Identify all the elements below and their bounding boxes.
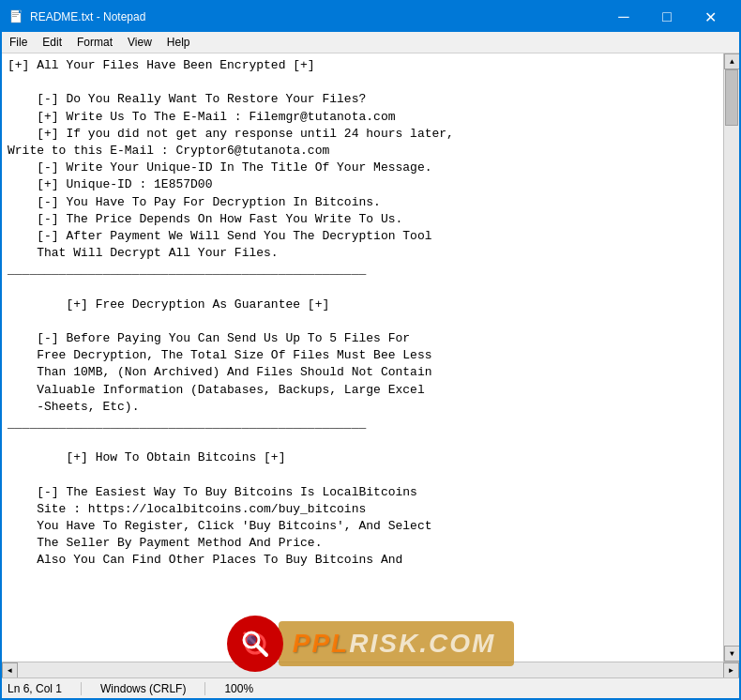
status-divider-2 xyxy=(204,682,205,695)
svg-rect-2 xyxy=(12,14,19,15)
scroll-down-button[interactable]: ▼ xyxy=(724,646,739,662)
status-divider-1 xyxy=(81,682,82,695)
menu-view[interactable]: View xyxy=(120,34,159,51)
app-icon xyxy=(9,9,24,24)
scroll-right-button[interactable]: ► xyxy=(723,662,739,678)
cursor-position: Ln 6, Col 1 xyxy=(8,682,62,695)
svg-rect-3 xyxy=(12,16,17,17)
svg-rect-1 xyxy=(12,12,19,13)
menu-format[interactable]: Format xyxy=(69,34,120,51)
line-endings: Windows (CRLF) xyxy=(100,682,186,695)
menu-bar: File Edit Format View Help xyxy=(2,32,739,53)
scroll-thumb[interactable] xyxy=(725,69,738,126)
maximize-button[interactable]: □ xyxy=(645,2,688,32)
horizontal-scrollbar-area: ◄ ► xyxy=(2,662,739,677)
window-controls: ─ □ ✕ xyxy=(602,2,732,32)
notepad-window: README.txt - Notepad ─ □ ✕ File Edit For… xyxy=(0,0,741,700)
scroll-left-button[interactable]: ◄ xyxy=(2,662,18,678)
text-editor[interactable]: [+] All Your Files Have Been Encrypted [… xyxy=(2,53,723,662)
menu-help[interactable]: Help xyxy=(159,34,198,51)
scroll-up-button[interactable]: ▲ xyxy=(724,53,739,69)
vertical-scrollbar[interactable]: ▲ ▼ xyxy=(723,53,739,662)
editor-area: [+] All Your Files Have Been Encrypted [… xyxy=(2,53,739,662)
status-bar: Ln 6, Col 1 Windows (CRLF) 100% xyxy=(2,677,739,698)
menu-file[interactable]: File xyxy=(2,34,35,51)
menu-edit[interactable]: Edit xyxy=(35,34,69,51)
title-bar: README.txt - Notepad ─ □ ✕ xyxy=(2,2,739,32)
scroll-track[interactable] xyxy=(724,69,739,646)
minimize-button[interactable]: ─ xyxy=(602,2,645,32)
h-scroll-track[interactable] xyxy=(18,662,723,677)
close-button[interactable]: ✕ xyxy=(688,2,732,32)
zoom-level: 100% xyxy=(224,682,253,695)
window-title: README.txt - Notepad xyxy=(30,10,602,23)
